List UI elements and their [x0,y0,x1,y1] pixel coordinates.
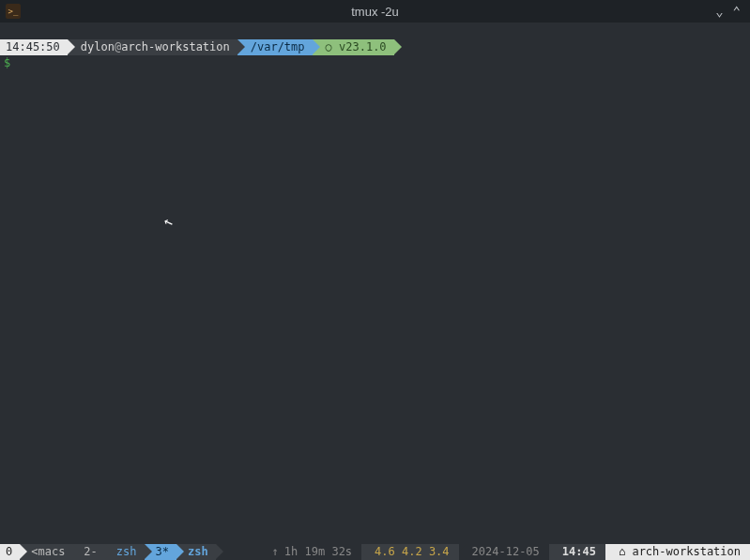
statusbar-right: 4.6 4.2 3.4 2024-12-05 14:45 ⌂ arch-work… [361,544,750,560]
prompt-user: dylon [81,40,115,53]
hostname-segment: ⌂ arch-workstation [605,544,750,560]
window-titlebar: >_ tmux -2u ⌄ ⌃ [0,0,750,23]
at-sign: @ [115,40,121,53]
mouse-cursor-icon: ↖ [161,211,176,231]
prompt-dollar: $ [0,55,750,71]
prompt-version-segment: ○ v23.1.0 [313,39,394,55]
prompt-path-segment: /var/tmp [237,39,313,55]
chevron-up-icon[interactable]: ⌃ [733,4,741,19]
prompt-powerline: 14:45:50 dylon@arch-workstation /var/tmp… [0,39,750,55]
arrow-up-icon: ↑ [272,544,279,560]
titlebar-controls: ⌄ ⌃ [715,4,750,19]
house-icon: ⌂ [619,545,625,558]
date-segment: 2024-12-05 [459,544,549,560]
hostname-value: arch-workstation [632,545,741,558]
chevron-down-icon[interactable]: ⌄ [715,4,723,19]
window-tab-inactive-label[interactable]: <macs [20,544,72,560]
statusbar-left: 0 <macs 2- zsh 3* zsh [0,544,216,560]
uptime-segment: ↑ 1h 19m 32s [263,544,361,560]
prompt-user-host-segment: dylon@arch-workstation [68,39,237,55]
load-average-segment: 4.6 4.2 3.4 [361,544,458,560]
time-segment: 14:45 [549,544,605,560]
session-index[interactable]: 0 [0,544,20,560]
prompt-version: v23.1.0 [339,40,387,53]
window-title: tmux -2u [351,5,399,19]
terminal-app-icon: >_ [6,4,21,19]
tmux-statusbar: 0 <macs 2- zsh 3* zsh ↑ 1h 19m 32s 4.6 4… [0,544,750,560]
uptime-value: 1h 19m 32s [284,544,352,560]
prompt-host: arch-workstation [121,40,230,53]
prompt-time-segment: 14:45:50 [0,39,68,55]
terminal-viewport[interactable]: 14:45:50 dylon@arch-workstation /var/tmp… [0,23,750,560]
circle-icon: ○ [326,40,332,53]
